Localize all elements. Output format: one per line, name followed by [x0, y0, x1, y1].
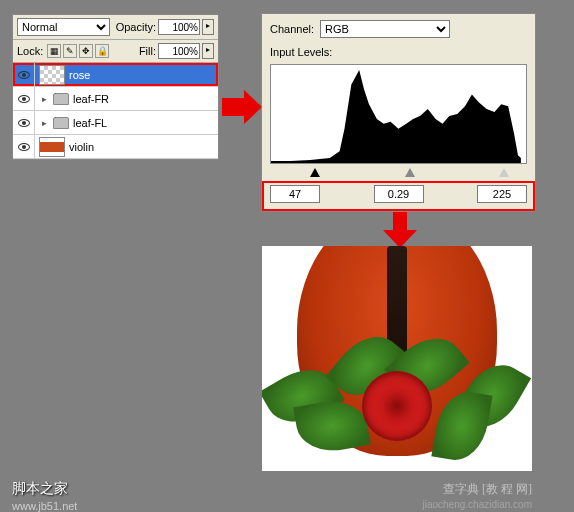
watermark-url: www.jb51.net — [12, 500, 77, 512]
layer-row-violin[interactable]: violin — [13, 135, 218, 159]
rose-flower — [362, 371, 432, 441]
visibility-toggle[interactable] — [13, 135, 35, 158]
layer-row-leaf-fr[interactable]: ▸ leaf-FR — [13, 87, 218, 111]
level-inputs-row — [262, 181, 535, 211]
midtone-slider[interactable] — [405, 168, 415, 177]
layer-list: rose ▸ leaf-FR ▸ leaf-FL violin — [13, 63, 218, 159]
layer-name: leaf-FR — [73, 93, 109, 105]
svg-marker-1 — [271, 70, 521, 163]
opacity-dropdown-icon[interactable]: ▸ — [202, 19, 214, 35]
arrow-down-icon — [383, 212, 417, 248]
blend-mode-select[interactable]: Normal — [17, 18, 110, 36]
lock-transparent-icon[interactable]: ▦ — [47, 44, 61, 58]
disclosure-triangle-icon[interactable]: ▸ — [39, 118, 49, 128]
svg-marker-2 — [383, 212, 417, 248]
watermark-text: 脚本之家 — [12, 480, 68, 498]
watermark-text: 查字典 [教 程 网] — [443, 481, 532, 498]
shadow-slider[interactable] — [310, 168, 320, 177]
lock-row: Lock: ▦ ✎ ✥ 🔒 Fill: ▸ — [13, 40, 218, 63]
input-levels-label: Input Levels: — [262, 44, 535, 60]
layer-thumbnail[interactable] — [39, 137, 65, 157]
highlight-slider[interactable] — [499, 168, 509, 177]
lock-paint-icon[interactable]: ✎ — [63, 44, 77, 58]
opacity-label: Opacity: — [116, 21, 156, 33]
layer-thumbnail[interactable] — [39, 65, 65, 85]
layers-header: Normal Opacity: ▸ — [13, 15, 218, 40]
watermark-url: jiaocheng.chazidian.com — [422, 499, 532, 510]
lock-position-icon[interactable]: ✥ — [79, 44, 93, 58]
lock-all-icon[interactable]: 🔒 — [95, 44, 109, 58]
arrow-right-icon — [222, 90, 262, 124]
fill-dropdown-icon[interactable]: ▸ — [202, 43, 214, 59]
lock-label: Lock: — [17, 45, 43, 57]
shadow-input[interactable] — [270, 185, 320, 203]
eye-icon — [18, 143, 30, 151]
layer-row-leaf-fl[interactable]: ▸ leaf-FL — [13, 111, 218, 135]
fill-label: Fill: — [139, 45, 156, 57]
svg-marker-0 — [222, 90, 262, 124]
folder-icon — [53, 93, 69, 105]
layer-row-rose[interactable]: rose — [13, 63, 218, 87]
layer-name: rose — [69, 69, 90, 81]
channel-select[interactable]: RGB — [320, 20, 450, 38]
layers-panel: Normal Opacity: ▸ Lock: ▦ ✎ ✥ 🔒 Fill: ▸ … — [12, 14, 219, 160]
midtone-input[interactable] — [374, 185, 424, 203]
opacity-group: Opacity: ▸ — [116, 19, 214, 35]
histogram — [270, 64, 527, 164]
channel-label: Channel: — [270, 23, 314, 35]
folder-icon — [53, 117, 69, 129]
eye-icon — [18, 119, 30, 127]
layer-name: violin — [69, 141, 94, 153]
levels-sliders — [262, 168, 535, 177]
eye-icon — [18, 71, 30, 79]
visibility-toggle[interactable] — [13, 87, 35, 110]
disclosure-triangle-icon[interactable]: ▸ — [39, 94, 49, 104]
layer-name: leaf-FL — [73, 117, 107, 129]
eye-icon — [18, 95, 30, 103]
channel-row: Channel: RGB — [262, 14, 535, 44]
opacity-input[interactable] — [158, 19, 200, 35]
fill-group: Fill: ▸ — [139, 43, 214, 59]
preview-image — [262, 246, 532, 471]
highlight-input[interactable] — [477, 185, 527, 203]
visibility-toggle[interactable] — [13, 63, 35, 86]
fill-input[interactable] — [158, 43, 200, 59]
levels-panel: Channel: RGB Input Levels: — [261, 13, 536, 212]
visibility-toggle[interactable] — [13, 111, 35, 134]
